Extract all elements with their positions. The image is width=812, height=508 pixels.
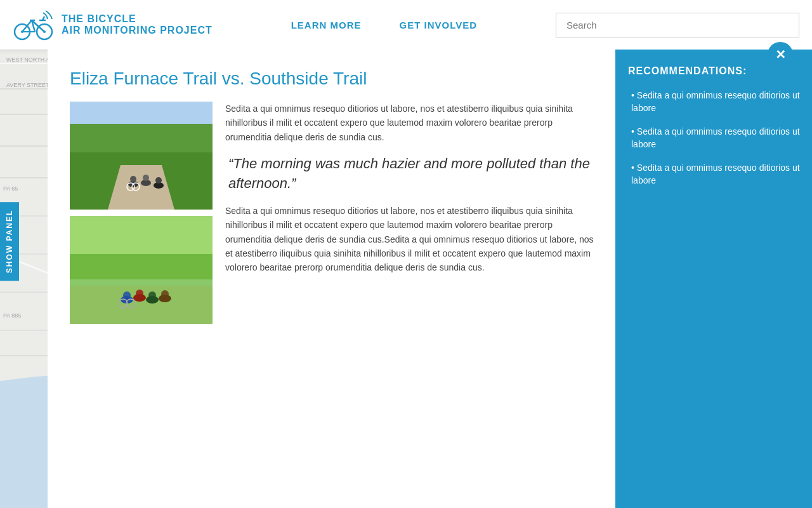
logo[interactable]: THE BICYCLE AIR MONITORING PROJECT	[13, 8, 213, 43]
svg-point-51	[143, 175, 149, 181]
article-paragraph-1: Sedita a qui omnimus resequo ditiorios u…	[225, 102, 596, 144]
article-body: Sedita a qui omnimus resequo ditiorios u…	[70, 102, 596, 324]
svg-text:AVERY STREET: AVERY STREET	[6, 82, 49, 88]
logo-line1: THE BICYCLE	[62, 13, 213, 25]
svg-rect-57	[70, 216, 213, 254]
svg-point-53	[155, 177, 162, 184]
svg-point-65	[146, 296, 159, 304]
close-button[interactable]: ✕	[768, 42, 793, 67]
svg-text:PA 885: PA 885	[3, 312, 21, 319]
article-image-2	[70, 216, 213, 324]
text-column: Sedita a qui omnimus resequo ditiorios u…	[225, 102, 596, 324]
content-panel: Eliza Furnace Trail vs. Southside Trail	[48, 50, 615, 508]
svg-point-49	[130, 176, 136, 182]
recommendations-title: RECOMMENDATIONS:	[628, 65, 812, 77]
nav-links: LEARN MORE GET INVOLVED	[291, 20, 477, 30]
rec-item-1: • Sedita a qui omnimus resequo ditiorios…	[628, 90, 812, 114]
article-paragraph-2: Sedita a qui omnimus resequo ditiorios u…	[225, 204, 596, 275]
recommendations-panel: RECOMMENDATIONS: • Sedita a qui omnimus …	[615, 50, 812, 508]
svg-point-67	[159, 295, 171, 302]
article-pullquote: “The morning was much hazier and more po…	[225, 154, 596, 194]
svg-text:PA 65: PA 65	[3, 185, 18, 192]
svg-point-63	[133, 294, 146, 302]
show-panel-tab[interactable]: SHOW PANEL	[0, 202, 19, 281]
article-image-1	[70, 102, 213, 210]
modal-overlay: ✕ Eliza Furnace Trail vs. Southside Trai…	[48, 50, 812, 508]
rec-item-2: • Sedita a qui omnimus resequo ditiorios…	[628, 126, 812, 150]
learn-more-link[interactable]: LEARN MORE	[291, 20, 362, 30]
logo-line2: AIR MONITORING PROJECT	[62, 25, 213, 36]
search-input[interactable]	[556, 13, 799, 37]
header: THE BICYCLE AIR MONITORING PROJECT LEARN…	[0, 0, 812, 50]
search-area	[556, 13, 799, 37]
svg-rect-58	[70, 254, 213, 279]
rec-item-3: • Sedita a qui omnimus resequo ditiorios…	[628, 162, 812, 187]
svg-rect-47	[70, 102, 213, 124]
bicycle-icon	[13, 8, 54, 43]
get-involved-link[interactable]: GET INVOLVED	[399, 20, 477, 30]
article-title: Eliza Furnace Trail vs. Southside Trail	[70, 69, 596, 89]
logo-text: THE BICYCLE AIR MONITORING PROJECT	[62, 13, 213, 36]
image-column	[70, 102, 213, 324]
